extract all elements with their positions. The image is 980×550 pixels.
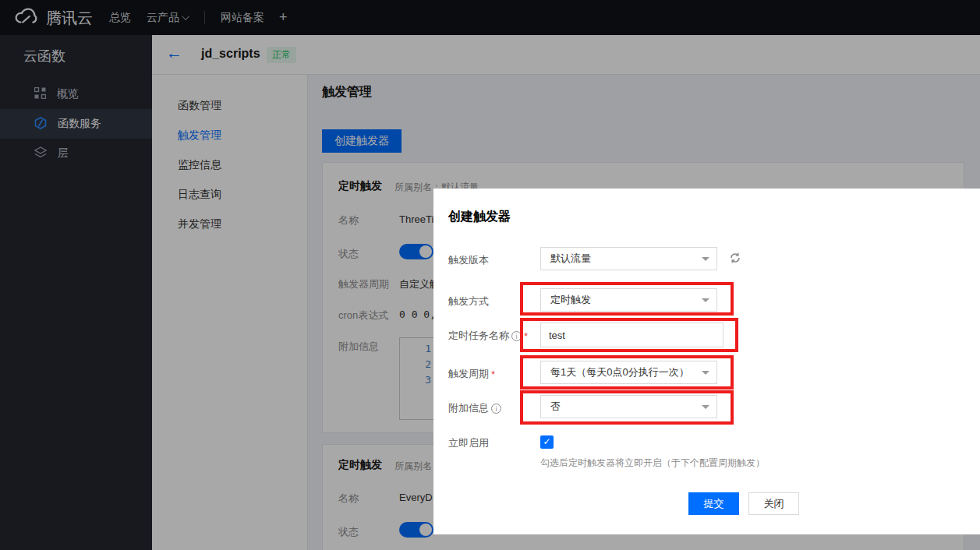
select-value: 否	[550, 400, 561, 414]
caret-down-icon	[702, 257, 709, 261]
enable-now-checkbox[interactable]: ✓	[540, 435, 554, 449]
modal-title: 创建触发器	[448, 209, 511, 225]
enable-helper-text: 勾选后定时触发器将立即开启（于下个配置周期触发）	[540, 457, 765, 470]
label-text: 立即启用	[448, 436, 489, 450]
label-text: 触发方式	[448, 294, 489, 308]
field-label-enable: 立即启用	[448, 436, 489, 450]
select-value: 每1天（每天0点0分执行一次）	[550, 365, 689, 379]
required-asterisk: *	[524, 330, 528, 342]
select-value: 定时触发	[550, 293, 591, 307]
tencent-cloud-console: 腾讯云 总览 云产品 网站备案 + 云函数	[0, 0, 980, 550]
info-icon[interactable]: i	[511, 331, 522, 341]
field-label-extra: 附加信息 i	[448, 401, 501, 415]
trigger-method-select[interactable]: 定时触发	[540, 288, 717, 312]
task-name-input[interactable]	[540, 323, 724, 347]
trigger-cycle-select[interactable]: 每1天（每天0点0分执行一次）	[540, 361, 717, 384]
extra-info-select[interactable]: 否	[540, 395, 717, 418]
caret-down-icon	[702, 298, 709, 302]
info-icon[interactable]: i	[491, 404, 501, 414]
field-label-cycle: 触发周期 *	[448, 367, 495, 381]
close-button[interactable]: 关闭	[748, 492, 799, 515]
create-trigger-modal: 创建触发器 触发版本 默认流量 触发方式 定时触发 定时任务名称	[433, 189, 980, 534]
label-text: 定时任务名称	[448, 329, 509, 343]
field-label-task-name: 定时任务名称 i *	[448, 329, 528, 343]
caret-down-icon	[702, 405, 709, 409]
field-label-version: 触发版本	[448, 253, 489, 267]
version-select[interactable]: 默认流量	[540, 247, 717, 270]
field-label-method: 触发方式	[448, 294, 489, 308]
label-text: 触发版本	[448, 253, 489, 267]
select-value: 默认流量	[550, 252, 591, 266]
label-text: 附加信息	[448, 401, 489, 415]
label-text: 触发周期	[448, 367, 489, 381]
refresh-icon[interactable]	[728, 251, 742, 267]
required-asterisk: *	[491, 368, 495, 380]
submit-button[interactable]: 提交	[688, 492, 739, 515]
caret-down-icon	[702, 371, 709, 375]
